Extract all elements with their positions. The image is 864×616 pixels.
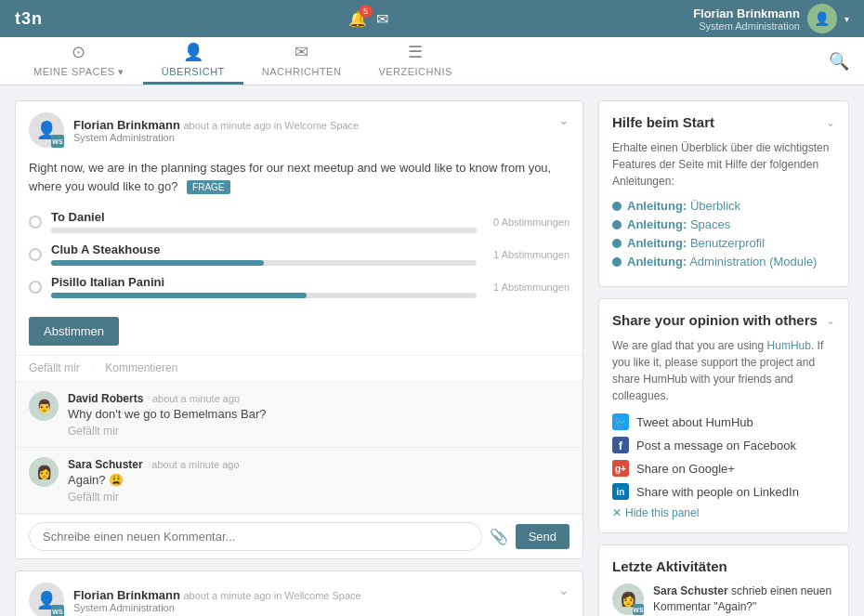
poll-label-1: To Daniel bbox=[51, 210, 477, 224]
tab-nachrichten-label: NACHRICHTEN bbox=[262, 66, 342, 77]
poll-votes-3: 1 Abstimmungen bbox=[493, 282, 569, 293]
send-button-1[interactable]: Send bbox=[516, 524, 569, 549]
hide-panel-x: ✕ bbox=[612, 506, 622, 519]
comment-input-wrap-1: 📎 Send bbox=[16, 514, 583, 558]
comment-like-2[interactable]: Gefällt mir bbox=[68, 491, 119, 504]
post-user-role-2: System Administration bbox=[73, 602, 361, 613]
verzeichnis-icon: ☰ bbox=[408, 42, 423, 62]
share-gplus-label: Share on Google+ bbox=[636, 462, 735, 476]
post-card-1: 👤 WS Florian Brinkmann about a minute ag… bbox=[15, 100, 583, 559]
poll-votes-2: 1 Abstimmungen bbox=[493, 249, 569, 260]
gplus-icon: g+ bbox=[612, 460, 629, 477]
comment-text-1: Why don't we go to Bemelmans Bar? bbox=[68, 407, 569, 421]
poll-bar-bg-1 bbox=[51, 228, 477, 233]
top-nav: t3n 🔔 5 ✉ Florian Brinkmann System Admin… bbox=[0, 0, 864, 37]
search-icon[interactable]: 🔍 bbox=[829, 51, 849, 72]
tab-meine-spaces[interactable]: ⊙ MEINE SPACES ▾ bbox=[15, 37, 143, 85]
share-card: Share your opinion with others ⌄ We are … bbox=[598, 298, 849, 533]
facebook-icon: f bbox=[612, 437, 629, 453]
post-collapse-2[interactable]: ⌄ bbox=[558, 583, 569, 597]
notifications-icon[interactable]: 🔔 5 bbox=[348, 10, 367, 28]
user-role: System Administration bbox=[693, 20, 800, 32]
link-dot bbox=[612, 202, 622, 211]
poll-radio-3[interactable] bbox=[29, 281, 42, 294]
share-card-header: Share your opinion with others ⌄ bbox=[612, 312, 835, 328]
poll-option-3: Pisillo Italian Panini 1 Abstimmungen bbox=[29, 275, 569, 298]
sidebar: Hilfe beim Start ⌄ Erhalte einen Überbli… bbox=[598, 100, 849, 616]
post-meta-2: about a minute ago in Wellcome Space bbox=[183, 590, 360, 601]
help-card-header: Hilfe beim Start ⌄ bbox=[612, 114, 835, 130]
abstimmen-button[interactable]: Abstimmen bbox=[29, 317, 119, 346]
comment-like-1[interactable]: Gefällt mir bbox=[68, 425, 119, 438]
share-card-collapse[interactable]: ⌄ bbox=[826, 314, 835, 327]
comment-link-1[interactable]: Kommentieren bbox=[105, 361, 177, 375]
help-card: Hilfe beim Start ⌄ Erhalte einen Überbli… bbox=[598, 100, 849, 287]
poll-radio-1[interactable] bbox=[29, 216, 42, 229]
share-linkedin-label: Share with people on LinkedIn bbox=[636, 485, 799, 499]
share-facebook-label: Post a message on Facebook bbox=[636, 439, 796, 452]
link-dot bbox=[612, 239, 622, 248]
activity-card: Letzte Aktivitäten 👩 WS Sara Schuster sc… bbox=[598, 544, 849, 616]
post-avatar-1: 👤 WS bbox=[29, 112, 64, 148]
activity-card-header: Letzte Aktivitäten bbox=[612, 558, 835, 574]
poll-section-1: To Daniel 0 Abstimmungen Club A Steakhou… bbox=[16, 204, 583, 317]
link-dot bbox=[612, 220, 622, 229]
poll-bar-bg-3 bbox=[51, 293, 477, 298]
tab-nachrichten[interactable]: ✉ NACHRICHTEN bbox=[243, 37, 360, 85]
post-user-role-1: System Administration bbox=[73, 132, 359, 143]
top-nav-icons: 🔔 5 ✉ bbox=[348, 10, 388, 28]
help-link-spaces[interactable]: Anleitung: Spaces bbox=[612, 217, 835, 231]
logo: t3n bbox=[15, 9, 43, 29]
comments-section-1: 👨 David Roberts about a minute ago Why d… bbox=[16, 381, 583, 558]
share-twitter[interactable]: 🐦 Tweet about HumHub bbox=[612, 413, 835, 430]
poll-bar-fill-2 bbox=[51, 260, 264, 266]
tab-verzeichnis[interactable]: ☰ VERZEICHNIS bbox=[360, 37, 470, 85]
poll-option-1: To Daniel 0 Abstimmungen bbox=[29, 210, 569, 233]
like-link-1[interactable]: Gefällt mir bbox=[29, 361, 80, 375]
comment-1: 👨 David Roberts about a minute ago Why d… bbox=[16, 382, 583, 448]
post-card-2: 👤 WS Florian Brinkmann about a minute ag… bbox=[15, 570, 583, 616]
share-gplus[interactable]: g+ Share on Google+ bbox=[612, 460, 835, 477]
comment-input-1[interactable] bbox=[29, 522, 482, 551]
help-link-benutzerprofil[interactable]: Anleitung: Benutzerprofil bbox=[612, 236, 835, 250]
help-card-collapse[interactable]: ⌄ bbox=[826, 116, 835, 129]
tab-ubersicht-label: ÜBERSICHT bbox=[162, 66, 225, 77]
main-feed: 👤 WS Florian Brinkmann about a minute ag… bbox=[15, 100, 583, 616]
hide-panel[interactable]: ✕ Hide this panel bbox=[612, 506, 835, 519]
twitter-icon: 🐦 bbox=[612, 413, 629, 430]
share-facebook[interactable]: f Post a message on Facebook bbox=[612, 437, 835, 453]
post-reactions-1: Gefällt mir · Kommentieren bbox=[16, 355, 583, 381]
share-linkedin[interactable]: in Share with people on LinkedIn bbox=[612, 483, 835, 500]
help-link-ubersicht[interactable]: Anleitung: Überblick bbox=[612, 199, 835, 213]
poll-votes-1: 0 Abstimmungen bbox=[493, 216, 569, 228]
user-menu[interactable]: Florian Brinkmann System Administration … bbox=[693, 4, 849, 33]
notification-badge: 5 bbox=[360, 5, 373, 18]
meine-spaces-icon: ⊙ bbox=[72, 42, 85, 62]
post-user-name-2: Florian Brinkmann bbox=[73, 588, 180, 602]
poll-radio-2[interactable] bbox=[29, 248, 42, 261]
share-twitter-label: Tweet about HumHub bbox=[636, 415, 753, 429]
comment-avatar-2: 👩 bbox=[29, 457, 59, 487]
nav-tabs: ⊙ MEINE SPACES ▾ 👤 ÜBERSICHT ✉ NACHRICHT… bbox=[15, 37, 471, 85]
post-collapse-1[interactable]: ⌄ bbox=[558, 112, 569, 127]
post-header-2: 👤 WS Florian Brinkmann about a minute ag… bbox=[16, 571, 583, 616]
comment-time-1: about a minute ago bbox=[152, 393, 240, 404]
tab-verzeichnis-label: VERZEICHNIS bbox=[378, 66, 452, 77]
workspace-badge-2: WS bbox=[51, 605, 64, 616]
comment-avatar-1: 👨 bbox=[29, 391, 59, 421]
main-layout: 👤 WS Florian Brinkmann about a minute ag… bbox=[0, 85, 864, 616]
chevron-down-icon: ▾ bbox=[844, 14, 849, 24]
second-nav: ⊙ MEINE SPACES ▾ 👤 ÜBERSICHT ✉ NACHRICHT… bbox=[0, 37, 864, 85]
post-meta-1: about a minute ago in Welcome Space bbox=[183, 120, 359, 131]
comment-user-2: Sara Schuster bbox=[68, 458, 143, 471]
nachrichten-icon: ✉ bbox=[295, 42, 308, 62]
hide-panel-label: Hide this panel bbox=[625, 506, 699, 519]
help-link-administration[interactable]: Anleitung: Administration (Module) bbox=[612, 255, 835, 269]
poll-label-2: Club A Steakhouse bbox=[51, 242, 477, 256]
avatar: 👤 bbox=[807, 4, 837, 33]
attach-icon[interactable]: 📎 bbox=[490, 528, 508, 545]
share-card-title: Share your opinion with others bbox=[612, 312, 818, 328]
messages-icon[interactable]: ✉ bbox=[376, 10, 388, 28]
tab-ubersicht[interactable]: 👤 ÜBERSICHT bbox=[143, 37, 243, 85]
activity-ws-1: WS bbox=[633, 604, 644, 615]
